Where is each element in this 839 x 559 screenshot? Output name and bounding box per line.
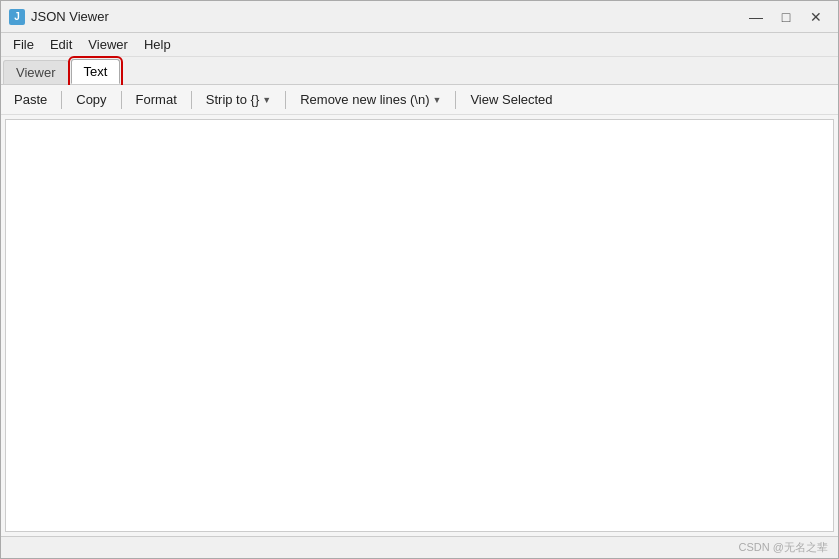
menu-bar: File Edit Viewer Help — [1, 33, 838, 57]
menu-help[interactable]: Help — [136, 33, 179, 56]
separator-2 — [121, 91, 122, 109]
title-bar-controls: — □ ✕ — [742, 6, 830, 28]
title-bar: J JSON Viewer — □ ✕ — [1, 1, 838, 33]
separator-3 — [191, 91, 192, 109]
view-selected-button[interactable]: View Selected — [461, 89, 561, 110]
window-title: JSON Viewer — [31, 9, 109, 24]
remove-newlines-button[interactable]: Remove new lines (\n) ▼ — [291, 89, 450, 110]
strip-to-button[interactable]: Strip to {} ▼ — [197, 89, 280, 110]
tab-text[interactable]: Text — [71, 59, 121, 84]
menu-viewer[interactable]: Viewer — [80, 33, 136, 56]
watermark: CSDN @无名之辈 — [739, 540, 828, 555]
app-window: J JSON Viewer — □ ✕ File Edit Viewer Hel… — [0, 0, 839, 559]
json-text-area[interactable] — [5, 119, 834, 532]
separator-4 — [285, 91, 286, 109]
menu-file[interactable]: File — [5, 33, 42, 56]
menu-edit[interactable]: Edit — [42, 33, 80, 56]
main-content — [1, 115, 838, 536]
strip-to-dropdown-arrow: ▼ — [262, 95, 271, 105]
maximize-button[interactable]: □ — [772, 6, 800, 28]
copy-button[interactable]: Copy — [67, 89, 115, 110]
separator-5 — [455, 91, 456, 109]
tab-bar: Viewer Text — [1, 57, 838, 85]
format-button[interactable]: Format — [127, 89, 186, 110]
remove-newlines-dropdown-arrow: ▼ — [433, 95, 442, 105]
paste-button[interactable]: Paste — [5, 89, 56, 110]
toolbar: Paste Copy Format Strip to {} ▼ Remove n… — [1, 85, 838, 115]
minimize-button[interactable]: — — [742, 6, 770, 28]
status-bar: CSDN @无名之辈 — [1, 536, 838, 558]
close-button[interactable]: ✕ — [802, 6, 830, 28]
tab-viewer[interactable]: Viewer — [3, 60, 69, 84]
separator-1 — [61, 91, 62, 109]
app-icon: J — [9, 9, 25, 25]
title-bar-left: J JSON Viewer — [9, 9, 109, 25]
